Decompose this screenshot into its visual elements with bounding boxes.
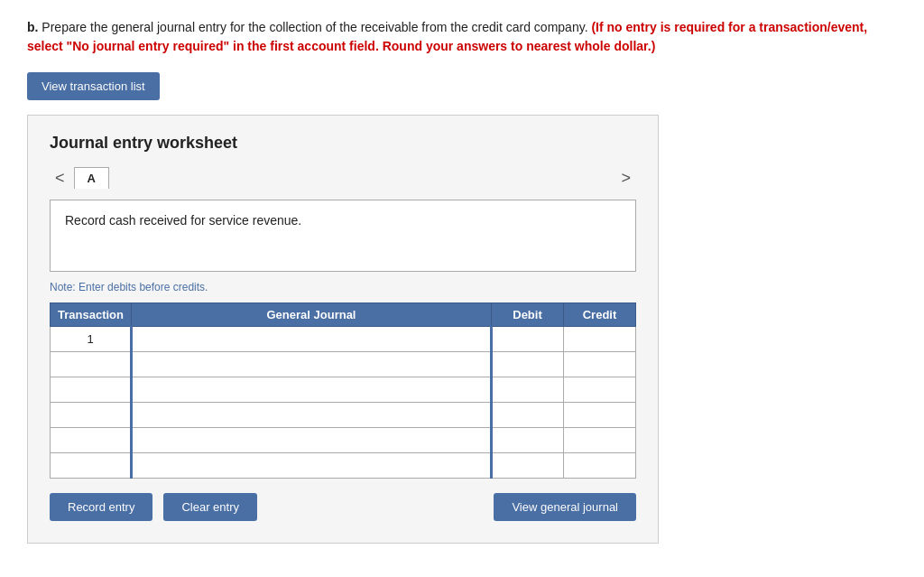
table-row: 1 xyxy=(51,327,636,352)
instructions: b. Prepare the general journal entry for… xyxy=(27,18,897,56)
col-header-credit: Credit xyxy=(564,303,636,327)
debit-input[interactable] xyxy=(493,403,563,427)
tab-a[interactable]: A xyxy=(74,167,109,189)
debit-input-cell[interactable] xyxy=(492,453,564,479)
journal-input-cell[interactable] xyxy=(132,453,492,479)
table-row xyxy=(51,377,636,403)
debit-input-cell[interactable] xyxy=(492,327,564,352)
debit-input-cell[interactable] xyxy=(492,377,564,403)
journal-input-cell[interactable] xyxy=(132,403,492,428)
debit-input-cell[interactable] xyxy=(492,352,564,377)
col-header-debit: Debit xyxy=(492,303,564,327)
worksheet-container: Journal entry worksheet < A > Record cas… xyxy=(27,115,659,544)
clear-entry-button[interactable]: Clear entry xyxy=(163,493,257,521)
credit-input-cell[interactable] xyxy=(564,327,636,352)
instruction-main: Prepare the general journal entry for th… xyxy=(42,20,591,34)
record-entry-button[interactable]: Record entry xyxy=(50,493,152,521)
credit-input-cell[interactable] xyxy=(564,403,636,428)
debit-input-cell[interactable] xyxy=(492,428,564,453)
debit-input[interactable] xyxy=(493,352,563,377)
tab-prev-arrow[interactable]: < xyxy=(50,168,70,188)
debit-input[interactable] xyxy=(493,453,563,478)
journal-input[interactable] xyxy=(133,377,490,402)
credit-input[interactable] xyxy=(564,453,635,478)
col-header-journal: General Journal xyxy=(132,303,492,327)
instruction-prefix: b. xyxy=(27,20,38,34)
journal-input[interactable] xyxy=(133,327,490,351)
transaction-number-cell xyxy=(51,377,132,403)
table-row xyxy=(51,403,636,428)
journal-input-cell[interactable] xyxy=(132,428,492,453)
journal-table: Transaction General Journal Debit Credit… xyxy=(50,302,636,479)
bottom-buttons: Record entry Clear entry View general jo… xyxy=(50,493,636,521)
debit-input[interactable] xyxy=(493,428,563,452)
journal-input-cell[interactable] xyxy=(132,352,492,377)
table-row xyxy=(51,428,636,453)
credit-input-cell[interactable] xyxy=(564,428,636,453)
note-text: Note: Enter debits before credits. xyxy=(50,281,636,293)
journal-input[interactable] xyxy=(133,403,490,427)
description-box: Record cash received for service revenue… xyxy=(50,200,636,272)
journal-input-cell[interactable] xyxy=(132,377,492,403)
credit-input[interactable] xyxy=(564,428,635,452)
debit-input-cell[interactable] xyxy=(492,403,564,428)
table-row xyxy=(51,352,636,377)
worksheet-title: Journal entry worksheet xyxy=(50,134,636,153)
credit-input[interactable] xyxy=(564,403,635,427)
journal-input[interactable] xyxy=(133,453,490,478)
view-transaction-button[interactable]: View transaction list xyxy=(27,72,160,100)
transaction-number-cell xyxy=(51,428,132,453)
journal-input-cell[interactable] xyxy=(132,327,492,352)
credit-input[interactable] xyxy=(564,327,635,351)
view-general-journal-button[interactable]: View general journal xyxy=(494,493,636,521)
debit-input[interactable] xyxy=(493,377,563,402)
description-text: Record cash received for service revenue… xyxy=(65,213,301,228)
credit-input-cell[interactable] xyxy=(564,453,636,479)
transaction-number-cell: 1 xyxy=(51,327,132,352)
credit-input[interactable] xyxy=(564,377,635,402)
table-row xyxy=(51,453,636,479)
transaction-number-cell xyxy=(51,453,132,479)
transaction-number-cell xyxy=(51,352,132,377)
col-header-transaction: Transaction xyxy=(51,303,132,327)
credit-input-cell[interactable] xyxy=(564,352,636,377)
transaction-number-cell xyxy=(51,403,132,428)
credit-input-cell[interactable] xyxy=(564,377,636,403)
tab-navigation: < A > xyxy=(50,167,636,189)
debit-input[interactable] xyxy=(493,327,563,351)
journal-input[interactable] xyxy=(133,352,490,377)
tab-next-arrow[interactable]: > xyxy=(615,168,636,188)
journal-input[interactable] xyxy=(133,428,490,452)
credit-input[interactable] xyxy=(564,352,635,377)
